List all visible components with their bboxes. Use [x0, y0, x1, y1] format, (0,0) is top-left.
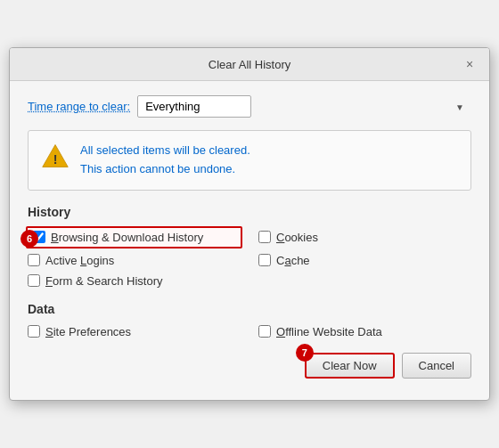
clear-now-button[interactable]: Clear Now [305, 353, 395, 379]
history-section-title: History [28, 205, 471, 219]
checkbox-cache[interactable]: Cache [258, 254, 471, 267]
warning-text: All selected items will be cleared. This… [80, 142, 250, 179]
data-checkboxes-grid: Site Preferences Offline Website Data [28, 325, 471, 338]
checkbox-cookies-label: Cookies [276, 231, 318, 244]
checkbox-form-search-input[interactable] [28, 274, 40, 287]
checkbox-site-preferences-input[interactable] [28, 325, 40, 338]
checkbox-form-search-history[interactable]: Form & Search History [28, 274, 241, 288]
time-range-select-wrapper: Everything Last Hour Last Two Hours Last… [137, 95, 471, 118]
time-range-select[interactable]: Everything Last Hour Last Two Hours Last… [137, 95, 251, 118]
svg-text:!: ! [53, 152, 58, 167]
checkbox-browsing-history-label: Browsing & Download History [51, 231, 203, 244]
checkbox-site-preferences-label: Site Preferences [45, 325, 131, 338]
dialog-title: Clear All History [38, 58, 461, 71]
clear-now-wrapper: 7 Clear Now [305, 353, 395, 379]
checkbox-cookies[interactable]: Cookies [258, 228, 471, 247]
checkbox-active-logins-label: Active Logins [45, 254, 114, 267]
warning-line2: This action cannot be undone. [80, 160, 250, 179]
warning-box: ! All selected items will be cleared. Th… [28, 130, 471, 191]
data-section-title: Data [28, 302, 471, 316]
time-range-label: Time range to clear: [28, 100, 130, 113]
cancel-button[interactable]: Cancel [402, 353, 471, 379]
checkbox-active-logins[interactable]: Active Logins [28, 254, 241, 267]
checkbox-site-preferences[interactable]: Site Preferences [28, 325, 241, 338]
checkbox-form-search-label: Form & Search History [45, 274, 163, 288]
checkbox-offline-website-data[interactable]: Offline Website Data [258, 325, 471, 338]
warning-icon: ! [41, 142, 70, 170]
data-section: Data Site Preferences Offline Website Da… [28, 302, 471, 338]
checkbox-browsing-history[interactable]: Browsing & Download History [26, 226, 242, 248]
title-bar: Clear All History × [10, 48, 489, 81]
checkbox-cache-input[interactable] [258, 254, 271, 266]
badge-6: 6 [20, 230, 38, 248]
dialog-body: Time range to clear: Everything Last Hou… [10, 81, 489, 400]
badge-7: 7 [296, 344, 314, 362]
history-checkboxes-grid: Browsing & Download History Cookies Acti… [28, 228, 471, 288]
checkbox-active-logins-input[interactable] [28, 254, 40, 266]
checkbox-cookies-input[interactable] [258, 231, 271, 243]
time-range-row: Time range to clear: Everything Last Hou… [28, 95, 471, 118]
checkbox-offline-website-data-input[interactable] [258, 325, 271, 338]
warning-line1: All selected items will be cleared. [80, 142, 250, 160]
clear-history-dialog: Clear All History × Time range to clear:… [9, 47, 490, 401]
close-button[interactable]: × [461, 55, 479, 73]
buttons-row: 7 Clear Now Cancel [28, 353, 471, 386]
history-section: History 6 Browsing & Download History Co… [28, 205, 471, 288]
checkbox-cache-label: Cache [276, 254, 310, 267]
checkbox-offline-website-data-label: Offline Website Data [276, 325, 382, 338]
